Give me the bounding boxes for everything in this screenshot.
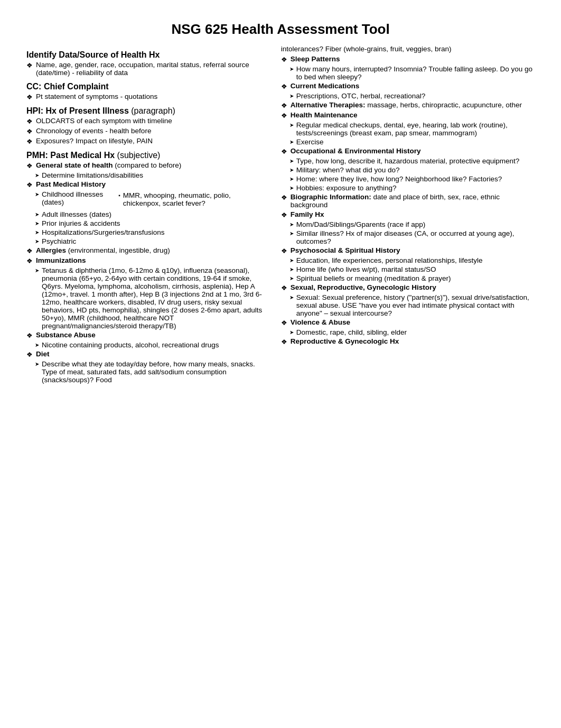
section-health-maintenance: ❖ Health Maintenance Regular medical che… (281, 111, 535, 146)
suffix-text: (environmental, ingestible, drug) (66, 246, 170, 254)
diamond-icon: ❖ (26, 117, 33, 125)
item-text: General state of health (compared to bef… (36, 161, 270, 169)
section-allergies: ❖ Allergies (environmental, ingestible, … (26, 246, 270, 255)
list-item: ❖ Allergies (environmental, ingestible, … (26, 246, 270, 255)
list-item: ❖ Reproductive & Gynecologic Hx (281, 337, 535, 346)
right-column: intolerances? Fiber (whole-grains, fruit… (281, 45, 535, 385)
diamond-icon: ❖ (281, 211, 287, 219)
pmh-title-suffix: (subjective) (115, 151, 160, 160)
item-text: Education, life experiences, personal re… (296, 256, 483, 264)
item-text: Chronology of events - health before (36, 127, 270, 135)
list-item: ❖ Chronology of events - health before (26, 127, 270, 135)
list-item: ❖ Occupational & Environmental History (281, 147, 535, 155)
list-item: ❖ Past Medical History (26, 180, 270, 189)
sub-list: How many hours, interrupted? Insomnia? T… (281, 65, 535, 81)
item-text: Psychiatric (42, 237, 76, 245)
item-text: Health Maintenance (291, 111, 535, 119)
list-item: ❖ Diet (26, 350, 270, 358)
square-sub-list: MMR, whooping, rheumatic, polio, chicken… (108, 191, 270, 208)
list-item: Education, life experiences, personal re… (289, 256, 535, 264)
list-item: Home: where they live, how long? Neighbo… (289, 175, 535, 183)
list-item: ❖ Violence & Abuse (281, 318, 535, 327)
diamond-icon: ❖ (26, 331, 33, 339)
diamond-icon: ❖ (26, 61, 33, 69)
section-identify: Identify Data/Source of Health Hx ❖ Name… (26, 50, 270, 77)
item-text: Current Medications (291, 82, 535, 90)
hpi-title-bold: HPI: Hx of Present Illness (26, 106, 129, 115)
section-hpi: HPI: Hx of Present Illness (paragraph) ❖… (26, 106, 270, 145)
section-title-cc: CC: Chief Complaint (26, 82, 270, 91)
item-text: Exercise (296, 138, 324, 146)
item-text: Reproductive & Gynecologic Hx (291, 337, 535, 345)
item-text: Hospitalizations/Surgeries/transfusions (42, 228, 165, 236)
diamond-icon: ❖ (26, 351, 33, 358)
item-text: Biographic Information: date and place o… (291, 193, 535, 209)
item-text: Mom/Dad/Siblings/Gparents (race if app) (296, 220, 426, 228)
list-item: Childhood illnesses (dates) MMR, whoopin… (35, 190, 270, 209)
diamond-icon: ❖ (26, 247, 33, 255)
diamond-icon: ❖ (281, 193, 287, 201)
list-item: MMR, whooping, rheumatic, polio, chicken… (118, 191, 270, 207)
list-item: Psychiatric (35, 237, 270, 245)
section-general-health: ❖ General state of health (compared to b… (26, 161, 270, 179)
diamond-icon: ❖ (281, 82, 287, 90)
list-item: ❖ Substance Abuse (26, 331, 270, 339)
diamond-icon: ❖ (26, 127, 33, 135)
list-item: ❖ Sexual, Reproductive, Gynecologic Hist… (281, 283, 535, 292)
item-text: intolerances? Fiber (whole-grains, fruit… (281, 45, 452, 53)
diamond-icon: ❖ (281, 247, 287, 255)
diamond-icon: ❖ (281, 102, 287, 109)
bold-text: General state of health (36, 161, 113, 169)
hpi-title-suffix: (paragraph) (129, 106, 175, 115)
item-text: Spiritual beliefs or meaning (meditation… (296, 274, 451, 282)
list-item: Exercise (289, 138, 535, 146)
diet-continuation: intolerances? Fiber (whole-grains, fruit… (281, 45, 535, 53)
item-text: OLDCARTS of each symptom with timeline (36, 117, 270, 125)
suffix-text: massage, herbs, chiropractic, acupunctur… (366, 101, 522, 109)
section-immunizations: ❖ Immunizations Tetanus & diphtheria (1m… (26, 256, 270, 330)
list-item: Similar illness? Hx of major diseases (C… (289, 229, 535, 245)
list-item: ❖ Alternative Therapies: massage, herbs,… (281, 101, 535, 109)
item-text: Similar illness? Hx of major diseases (C… (296, 229, 535, 245)
list-item: Hospitalizations/Surgeries/transfusions (35, 228, 270, 236)
section-title-hpi: HPI: Hx of Present Illness (paragraph) (26, 106, 270, 116)
section-current-meds: ❖ Current Medications Prescriptions, OTC… (281, 82, 535, 100)
item-text: Name, age, gender, race, occupation, mar… (36, 61, 270, 77)
list-item: ❖ Sleep Patterns (281, 55, 535, 63)
list-item: ❖ Family Hx (281, 210, 535, 219)
diamond-icon: ❖ (281, 112, 287, 119)
list-item: Sexual: Sexual preference, history ("par… (289, 293, 535, 317)
item-text: Prescriptions, OTC, herbal, recreational… (296, 92, 426, 100)
section-biographic: ❖ Biographic Information: date and place… (281, 193, 535, 209)
section-sexual: ❖ Sexual, Reproductive, Gynecologic Hist… (281, 283, 535, 317)
list-item: Determine limitations/disabilities (35, 171, 270, 179)
item-text: Domestic, rape, child, sibling, elder (296, 328, 407, 336)
left-column: Identify Data/Source of Health Hx ❖ Name… (26, 45, 270, 385)
section-family-hx: ❖ Family Hx Mom/Dad/Siblings/Gparents (r… (281, 210, 535, 245)
item-text: MMR, whooping, rheumatic, polio, chicken… (123, 191, 270, 207)
sub-list: Prescriptions, OTC, herbal, recreational… (281, 92, 535, 100)
diamond-icon: ❖ (26, 181, 33, 189)
diamond-icon: ❖ (281, 338, 287, 346)
sub-list: Describe what they ate today/day before,… (26, 360, 270, 384)
sub-list: Education, life experiences, personal re… (281, 256, 535, 282)
item-text: Violence & Abuse (291, 318, 535, 326)
diamond-icon: ❖ (281, 56, 287, 63)
diamond-icon: ❖ (281, 284, 287, 292)
item-text: Sexual: Sexual preference, history ("par… (296, 293, 535, 317)
section-diet: ❖ Diet Describe what they ate today/day … (26, 350, 270, 384)
list-item: Prescriptions, OTC, herbal, recreational… (289, 92, 535, 100)
list-item: Prior injuries & accidents (35, 219, 270, 227)
section-past-medical: ❖ Past Medical History Childhood illness… (26, 180, 270, 245)
item-text: Exposures? Impact on lifestyle, PAIN (36, 137, 270, 145)
pmh-title-bold: PMH: Past Medical Hx (26, 151, 115, 160)
diamond-icon: ❖ (281, 148, 287, 155)
suffix-text: (compared to before) (113, 161, 182, 169)
list-item: Type, how long, describe it, hazardous m… (289, 157, 535, 165)
item-text: Sexual, Reproductive, Gynecologic Histor… (291, 283, 535, 291)
list-item: Adult illnesses (dates) (35, 210, 270, 218)
diamond-icon: ❖ (26, 257, 33, 265)
item-text: Pt statement of symptoms - quotations (36, 93, 270, 100)
list-item: Spiritual beliefs or meaning (meditation… (289, 274, 535, 282)
section-repro: ❖ Reproductive & Gynecologic Hx (281, 337, 535, 346)
